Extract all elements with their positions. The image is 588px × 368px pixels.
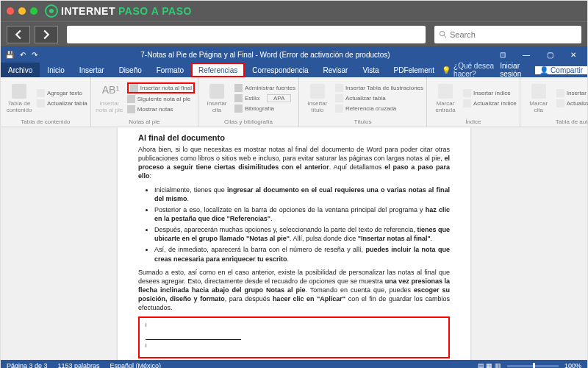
word-titlebar: 💾 ↶ ↷ 7-Notas al Pie de Página y al Fina…	[1, 46, 587, 63]
insert-endnote-button[interactable]: Insertar nota al final	[127, 82, 195, 93]
tab-insert[interactable]: Insertar	[72, 63, 112, 77]
group-captions: Insertar título Insertar Tabla de ilustr…	[299, 77, 427, 127]
tab-design[interactable]: Diseño	[112, 63, 149, 77]
page-indicator[interactable]: Página 3 de 3	[7, 362, 48, 368]
tab-file[interactable]: Archivo	[1, 63, 40, 77]
update-toc-button[interactable]: Actualizar tabla	[37, 99, 87, 108]
update-authorities-button[interactable]: Actualizar tabla	[556, 99, 588, 108]
zoom-slider[interactable]	[507, 365, 559, 367]
caption-icon	[310, 84, 325, 99]
minimize-icon[interactable]	[18, 7, 26, 15]
tab-mailings[interactable]: Correspondencia	[245, 63, 315, 77]
window-controls[interactable]	[7, 7, 37, 15]
list-item: Inicialmente, tienes que ingresar al doc…	[154, 185, 450, 203]
mark-entry-button[interactable]: Marcar entrada	[430, 79, 461, 117]
view-buttons[interactable]: ▤ ▦ ▥	[478, 362, 501, 368]
citation-icon	[209, 84, 224, 99]
redo-icon[interactable]: ↷	[32, 51, 37, 59]
tab-references[interactable]: Referencias	[191, 63, 245, 77]
tab-review[interactable]: Revisar	[316, 63, 356, 77]
footnote-label: Insertar nota al pie	[96, 100, 123, 113]
restore-icon[interactable]: ▢	[540, 51, 559, 59]
update-table-button[interactable]: Actualizar tabla	[335, 93, 423, 103]
insert-footnote-button[interactable]: AB¹ Insertar nota al pie	[94, 79, 125, 117]
share-label: Compartir	[551, 66, 583, 74]
bulb-icon: 💡	[442, 66, 451, 74]
next-footnote-button[interactable]: Siguiente nota al pie	[127, 94, 195, 104]
search-placeholder: Search	[450, 30, 476, 39]
next-footnote-icon	[127, 95, 135, 103]
site-logo: INTERNET PASO A PASO	[45, 4, 192, 18]
mark-entry-icon	[438, 84, 453, 99]
tell-me-search[interactable]: 💡 ¿Qué desea hacer?	[442, 62, 494, 78]
group-footnotes: AB¹ Insertar nota al pie Insertar nota a…	[91, 77, 198, 127]
logo-text-4: PASO	[162, 5, 192, 17]
insert-index-button[interactable]: Insertar índice	[463, 88, 517, 98]
language-indicator[interactable]: Español (México)	[110, 362, 162, 368]
document-title: 7-Notas al Pie de Página y al Final - Wo…	[37, 51, 493, 59]
browser-titlebar: INTERNET PASO A PASO	[1, 1, 587, 21]
logo-text-3: A	[151, 5, 159, 17]
insert-index-icon	[463, 89, 471, 97]
group-citations: Insertar cita Administrar fuentes Estilo…	[198, 77, 299, 127]
update-icon	[37, 99, 45, 107]
tab-layout[interactable]: Formato	[149, 63, 191, 77]
tab-pdfelement[interactable]: PDFelement	[387, 63, 442, 77]
toc-label: Tabla de contenido	[7, 100, 32, 113]
group-label: Notas al pie	[94, 117, 195, 127]
close-icon[interactable]	[7, 7, 14, 15]
share-icon: 👤	[539, 66, 548, 74]
list-item: Después, aparecerán muchas opciones y, s…	[154, 225, 450, 243]
url-input[interactable]	[67, 26, 426, 43]
steps-list: Inicialmente, tienes que ingresar al doc…	[138, 185, 450, 263]
paragraph: Ahora bien, si lo que necesitas es mostr…	[138, 145, 450, 181]
table-figures-button[interactable]: Insertar Tabla de ilustraciones	[335, 83, 423, 93]
forward-button[interactable]	[35, 26, 58, 43]
ribbon-tabs: Archivo Inicio Insertar Diseño Formato R…	[1, 63, 587, 77]
heading: Al final del documento	[138, 133, 450, 142]
show-notes-button[interactable]: Mostrar notas	[127, 105, 195, 114]
minimize-icon[interactable]: —	[517, 51, 536, 59]
close-icon[interactable]: ✕	[564, 51, 583, 59]
word-count[interactable]: 1153 palabras	[58, 362, 100, 368]
bibliography-button[interactable]: Bibliografía	[234, 104, 295, 113]
footnote-icon: AB¹	[102, 84, 117, 99]
update-index-button[interactable]: Actualizar índice	[463, 99, 517, 108]
style-icon	[234, 94, 243, 102]
mark-citation-button[interactable]: Marcar cita	[523, 79, 554, 117]
back-button[interactable]	[7, 26, 30, 43]
ribbon-options-icon[interactable]: ⊡	[493, 51, 512, 59]
group-label: Tabla de contenido	[4, 117, 87, 127]
tab-view[interactable]: Vista	[355, 63, 386, 77]
maximize-icon[interactable]	[30, 7, 37, 15]
share-button[interactable]: 👤 Compartir	[535, 66, 587, 74]
list-item: Así, de inmediato, aparecerá la barra co…	[154, 245, 450, 263]
cross-reference-button[interactable]: Referencia cruzada	[335, 104, 423, 113]
mark-citation-icon	[531, 84, 546, 99]
add-text-button[interactable]: Agregar texto	[37, 88, 87, 98]
crossref-icon	[335, 105, 343, 113]
search-input[interactable]: Search	[434, 26, 581, 43]
insert-authorities-button[interactable]: Insertar Tabla de autoridades	[556, 88, 588, 98]
save-icon[interactable]: 💾	[5, 51, 14, 59]
insert-citation-button[interactable]: Insertar cita	[201, 79, 232, 117]
arrow-left-icon	[13, 29, 24, 40]
undo-icon[interactable]: ↶	[20, 51, 26, 59]
logo-text-2: PASO	[118, 5, 148, 17]
browser-nav: Search	[1, 21, 587, 46]
zoom-level[interactable]: 100%	[564, 362, 581, 368]
style-dropdown[interactable]: Estilo: APA	[234, 93, 295, 103]
update-auth-icon	[556, 99, 564, 107]
insert-caption-button[interactable]: Insertar título	[302, 79, 333, 117]
group-toc: Tabla de contenido Agregar texto Actuali…	[1, 77, 91, 127]
tab-home[interactable]: Inicio	[40, 63, 71, 77]
status-bar: Página 3 de 3 1153 palabras Español (Méx…	[1, 360, 587, 368]
endnote-icon	[130, 84, 138, 92]
manage-sources-button[interactable]: Administrar fuentes	[234, 83, 295, 93]
logo-text-1: INTERNET	[61, 5, 115, 17]
mark-citation-label: Marcar cita	[529, 100, 548, 113]
sign-in-link[interactable]: Iniciar sesión	[494, 63, 535, 77]
document-area[interactable]: Al final del documento Ahora bien, si lo…	[1, 127, 587, 360]
toc-button[interactable]: Tabla de contenido	[4, 79, 35, 117]
ribbon: Tabla de contenido Agregar texto Actuali…	[1, 77, 587, 127]
